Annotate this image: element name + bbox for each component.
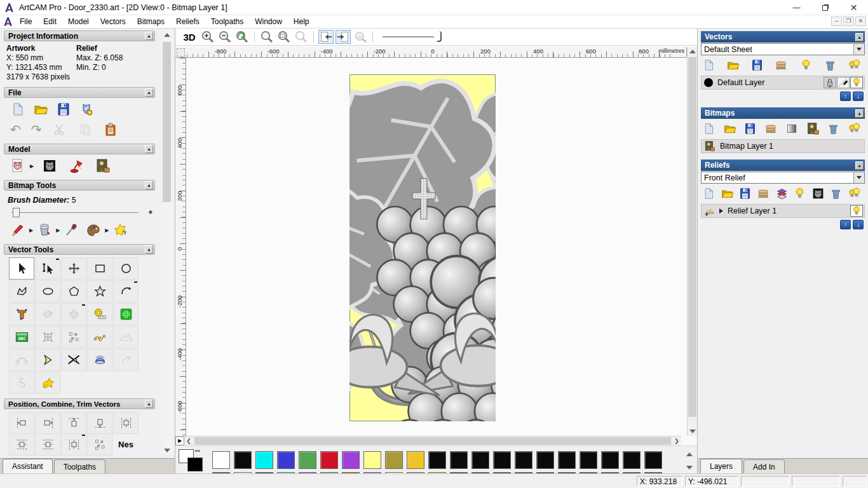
bitmap-fill-icon[interactable] (112, 222, 128, 238)
paint-brush-icon[interactable] (10, 222, 25, 238)
secondary-colour-swatch[interactable] (187, 458, 203, 471)
redo-icon[interactable]: ↷ (31, 122, 42, 137)
save-model-icon[interactable] (56, 102, 71, 117)
primary-secondary-colours[interactable]: ⚯ (179, 449, 208, 472)
collapse-icon[interactable]: ▲ (855, 109, 864, 118)
palette-swatch[interactable] (299, 451, 316, 469)
vector-layer-row[interactable]: Default Layer (701, 76, 865, 90)
offset-vectors-tool[interactable] (61, 303, 86, 325)
zoom-previous-button[interactable] (234, 30, 250, 44)
flyout-arrow-icon[interactable]: ▶ (30, 163, 34, 169)
create-polyline-tool[interactable] (9, 280, 34, 302)
position-combine-trim-header[interactable]: Position, Combine, Trim Vectors ▲ (4, 398, 155, 409)
ruler-origin-button[interactable] (177, 48, 185, 57)
scrollbar-thumb[interactable] (194, 437, 671, 445)
merge-relief-layers-icon[interactable] (757, 187, 770, 200)
palette-swatch[interactable] (623, 451, 641, 469)
vectors-section-header[interactable]: Vectors ▲ (701, 31, 865, 43)
snap-layer-button[interactable] (837, 77, 850, 88)
palette-swatch[interactable] (255, 451, 273, 469)
flyout-arrow-icon[interactable]: ▶ (105, 227, 109, 233)
weld-vectors-tool[interactable] (35, 303, 60, 325)
tab-add-in[interactable]: Add In (743, 459, 785, 473)
tab-toolpaths[interactable]: Toolpaths (54, 459, 105, 473)
canvas-vertical-scrollbar[interactable] (687, 47, 697, 436)
menu-file[interactable]: File (14, 16, 37, 27)
flyout-arrow-icon[interactable]: ▶ (29, 227, 33, 233)
vector-tools-header[interactable]: Vector Tools ▲ (4, 244, 155, 255)
arrow-direction-tool[interactable] (35, 349, 60, 371)
brush-diameter-slider[interactable]: ◆ (8, 207, 154, 219)
nesting-tool[interactable]: Nes (113, 433, 139, 456)
relief-mode-icon[interactable] (704, 205, 715, 217)
create-arc-tool[interactable] (113, 280, 139, 302)
centre-horizontal-tool[interactable] (35, 433, 60, 456)
node-editing-tool[interactable] (35, 257, 60, 280)
create-star-tool[interactable] (87, 280, 112, 302)
palette-swatch[interactable] (234, 451, 252, 469)
palette-swatch[interactable] (601, 451, 619, 469)
palette-scroll-down-button[interactable] (685, 461, 695, 471)
delete-bitmap-layer-icon[interactable] (827, 122, 840, 135)
relief-preview-icon[interactable] (811, 187, 825, 200)
align-left-tool[interactable] (9, 412, 34, 434)
palette-swatch[interactable] (212, 451, 230, 469)
invert-model-icon[interactable] (42, 158, 57, 173)
palette-swatch[interactable] (407, 451, 424, 469)
fit-curve-tool[interactable] (87, 326, 112, 348)
palette-swatch[interactable] (493, 451, 511, 469)
create-ellipse-tool[interactable] (35, 280, 60, 302)
scrollbar-thumb[interactable] (688, 57, 696, 417)
all-layers-visibility-icon[interactable] (848, 58, 861, 72)
vector-texture-tool[interactable] (113, 326, 139, 348)
paste-icon[interactable] (103, 122, 118, 137)
slider-track[interactable] (383, 36, 434, 37)
centre-in-page-tool[interactable] (9, 433, 34, 456)
toggle-visibility-icon[interactable] (799, 58, 813, 72)
canvas-horizontal-scrollbar[interactable]: ▶ ❮ ❯ (175, 436, 681, 445)
delete-relief-layer-icon[interactable] (829, 187, 843, 200)
wrap-vectors-tool[interactable] (35, 372, 60, 394)
bitmap-layer-row[interactable]: Bitmap Layer 1 (701, 139, 865, 153)
centre-vertical-tool[interactable] (61, 433, 86, 456)
merge-bitmap-layers-icon[interactable] (764, 122, 778, 135)
scrollbar-thumb[interactable] (163, 42, 171, 202)
join-vectors-tool[interactable] (9, 349, 34, 371)
layer-colour-swatch[interactable] (704, 78, 713, 87)
palette-swatch[interactable] (277, 451, 295, 469)
merge-layers-icon[interactable] (775, 58, 788, 72)
new-vector-layer-icon[interactable] (702, 58, 715, 72)
bitmap-preview-icon[interactable] (806, 122, 820, 135)
slider-handle[interactable] (13, 208, 20, 217)
mdi-close-button[interactable]: ✕ (855, 17, 866, 26)
mdi-restore-button[interactable]: ❐ (843, 17, 854, 26)
palette-swatch[interactable] (558, 451, 576, 469)
slider-track[interactable] (11, 212, 139, 213)
menu-window[interactable]: Window (249, 16, 288, 27)
dropdown-arrow-icon[interactable] (853, 44, 864, 55)
scroll-down-icon[interactable] (689, 430, 696, 433)
menu-edit[interactable]: Edit (37, 16, 62, 27)
slider-handle[interactable] (437, 31, 442, 42)
relief-stack-icon[interactable] (775, 187, 789, 200)
lighting-icon[interactable] (69, 158, 84, 173)
menu-model[interactable]: Model (62, 16, 95, 27)
tab-layers[interactable]: Layers (700, 459, 742, 473)
zoom-in-button[interactable] (200, 30, 215, 44)
text-block-tool[interactable] (9, 326, 34, 348)
align-centre-tool[interactable] (113, 412, 139, 434)
spin-relief-tool[interactable] (87, 349, 112, 371)
palette-scroll-up-button[interactable] (685, 450, 695, 459)
save-relief-layer-icon[interactable] (738, 187, 752, 200)
open-relief-layer-icon[interactable] (721, 187, 734, 200)
palette-swatch[interactable] (515, 451, 532, 469)
sheet-selector-dropdown[interactable]: Default Sheet (701, 43, 865, 55)
relief-selector-dropdown[interactable]: Front Relief (701, 172, 865, 184)
bitmap-tools-header[interactable]: Bitmap Tools ▲ (4, 180, 155, 191)
zoom-object-button[interactable] (294, 30, 309, 44)
menu-reliefs[interactable]: Reliefs (170, 16, 205, 27)
move-layer-down-button[interactable]: ↓ (853, 92, 864, 101)
door-relief-artwork[interactable] (349, 74, 496, 421)
distribute-tool[interactable] (87, 433, 112, 456)
set-model-size-icon[interactable] (10, 158, 25, 173)
